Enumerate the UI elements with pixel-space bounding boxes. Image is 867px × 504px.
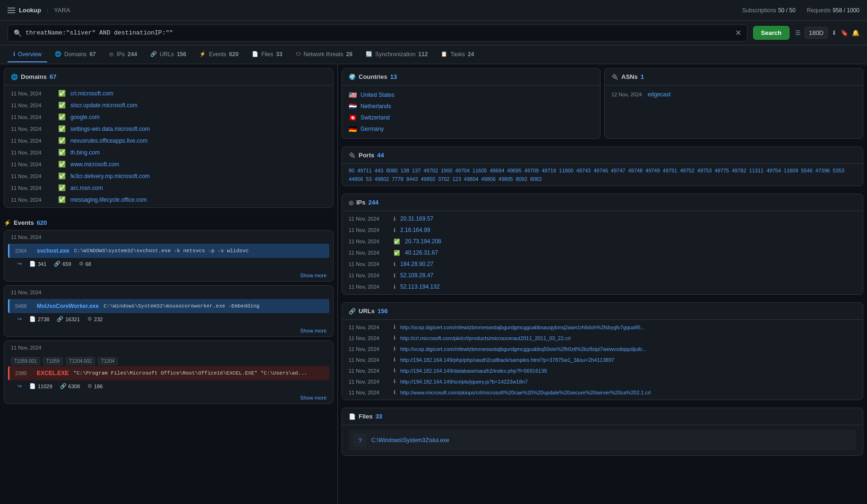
tag-t1059-001[interactable]: T1059.001 (11, 357, 40, 365)
url-text[interactable]: http://ocsp.digicert.com/mfewtzbmmeswsta… (400, 325, 856, 330)
ip-row[interactable]: 11 Nov, 2024 ℹ 52.113.194.132 (342, 281, 863, 292)
url-text[interactable]: http://194.182.164.149/scripts/jquery.js… (400, 379, 856, 384)
port-11311[interactable]: 11311 (749, 168, 764, 173)
port-49753[interactable]: 49753 (697, 168, 712, 173)
domain-row[interactable]: 11 Nov, 2024 ✅ th.bing.com (4, 146, 333, 158)
show-more-3[interactable]: Show more (4, 392, 333, 403)
event-cmd-row-3[interactable]: 2380 EXCEL.EXE "C:\Program Files\Microso… (8, 366, 329, 380)
port-49782[interactable]: 49782 (732, 168, 747, 173)
file-name[interactable]: C:\Windows\System32\slui.exe (371, 437, 449, 444)
url-row[interactable]: 11 Nov, 2024 ℹ http://194.182.164.149/da… (342, 365, 863, 376)
port-80[interactable]: 80 (349, 168, 354, 173)
history-icon[interactable]: ☰ (795, 29, 801, 36)
domain-name[interactable]: crl.microsoft.com (70, 90, 113, 97)
port-49752[interactable]: 49752 (680, 168, 695, 173)
port-11800[interactable]: 11800 (559, 168, 574, 173)
port-11609[interactable]: 11609 (784, 168, 798, 173)
port-123[interactable]: 123 (452, 176, 461, 182)
event-exe-1[interactable]: svchost.exe (37, 248, 69, 254)
yara-nav[interactable]: YARA (54, 7, 70, 14)
url-text[interactable]: http://www.microsoft.com/pkiops/crl/micr… (400, 390, 856, 395)
domain-name[interactable]: settings-win.data.microsoft.com (70, 126, 150, 132)
domain-row[interactable]: 11 Nov, 2024 ✅ google.com (4, 111, 333, 123)
bell-icon[interactable]: 🔔 (852, 29, 859, 36)
port-49749[interactable]: 49749 (645, 168, 660, 173)
port-47396[interactable]: 47396 (815, 168, 830, 173)
ip-row[interactable]: 11 Nov, 2024 ✅ 40.126.31.67 (342, 247, 863, 258)
port-49775[interactable]: 49775 (714, 168, 729, 173)
event-exe-3[interactable]: EXCEL.EXE (37, 370, 69, 376)
port-443[interactable]: 443 (375, 168, 383, 173)
country-row-nl[interactable]: 🇳🇱 Netherlands (349, 101, 593, 112)
port-49806[interactable]: 49806 (481, 176, 496, 182)
port-7778[interactable]: 7778 (392, 176, 403, 182)
hamburger-menu[interactable] (8, 8, 15, 13)
port-1900[interactable]: 1900 (441, 168, 452, 173)
tab-synchronization[interactable]: 🔄 Synchronization 112 (360, 47, 433, 62)
bookmark-icon[interactable]: 🔖 (841, 29, 848, 36)
port-49704[interactable]: 49704 (455, 168, 470, 173)
port-5353[interactable]: 5353 (833, 168, 844, 173)
asn-row[interactable]: 12 Nov, 2024 edgecast (611, 89, 856, 100)
url-text[interactable]: http://194.182.164.149/database/oauth2/i… (400, 368, 856, 374)
ip-address[interactable]: 20.31.169.57 (400, 215, 433, 222)
port-49746[interactable]: 49746 (593, 168, 608, 173)
ip-row[interactable]: 11 Nov, 2024 ℹ 52.109.28.47 (342, 270, 863, 281)
ip-address[interactable]: 20.73.194.208 (405, 238, 441, 245)
country-row-ch[interactable]: 🇨🇭 Switzerland (349, 112, 593, 123)
port-8080[interactable]: 8080 (386, 168, 397, 173)
url-text[interactable]: http://crl.microsoft.com/pki/crl/product… (400, 335, 856, 341)
domain-row[interactable]: 11 Nov, 2024 ✅ arc.msn.com (4, 182, 333, 194)
event-exe-2[interactable]: MoUsoCoreWorker.exe (37, 303, 99, 309)
event-cmd-row-1[interactable]: 2364 svchost.exe C:\WINDOWS\system32\svc… (8, 244, 329, 258)
search-input-wrapper[interactable]: 🔍 ✕ (8, 25, 747, 42)
ip-row[interactable]: 11 Nov, 2024 ℹ 184.28.90.27 (342, 258, 863, 270)
domain-name[interactable]: th.bing.com (70, 149, 100, 156)
url-row[interactable]: 11 Nov, 2024 ℹ http://ocsp.digicert.com/… (342, 343, 863, 354)
port-49702[interactable]: 49702 (423, 168, 438, 173)
tab-domains[interactable]: 🌐 Domains 67 (49, 47, 102, 62)
ip-address[interactable]: 52.109.28.47 (400, 272, 433, 279)
port-44806[interactable]: 44806 (349, 176, 363, 182)
search-input[interactable] (26, 29, 731, 36)
port-49748[interactable]: 49748 (628, 168, 643, 173)
period-selector[interactable]: 180D (805, 27, 828, 39)
url-row[interactable]: 11 Nov, 2024 ℹ http://crl.microsoft.com/… (342, 333, 863, 343)
file-row[interactable]: ? C:\Windows\System32\slui.exe (349, 430, 856, 451)
clear-search-icon[interactable]: ✕ (735, 29, 741, 37)
ip-address[interactable]: 184.28.90.27 (400, 261, 433, 267)
domain-row[interactable]: 11 Nov, 2024 ✅ fe3cr.delivery.mp.microso… (4, 170, 333, 182)
ip-row[interactable]: 11 Nov, 2024 ℹ 2.16.164.99 (342, 224, 863, 236)
country-name-ch[interactable]: Switzerland (361, 114, 390, 121)
port-49805[interactable]: 49805 (498, 176, 513, 182)
port-49751[interactable]: 49751 (663, 168, 678, 173)
port-3702[interactable]: 3702 (438, 176, 449, 182)
url-text[interactable]: http://194.182.164.149/php/php/oauth2cal… (400, 357, 856, 363)
show-more-1[interactable]: Show more (4, 270, 333, 281)
domain-row[interactable]: 11 Nov, 2024 ✅ messaging.lifecycle.offic… (4, 194, 333, 205)
tab-files[interactable]: 📄 Files 33 (246, 47, 288, 62)
domain-row[interactable]: 11 Nov, 2024 ✅ slscr.update.microsoft.co… (4, 99, 333, 111)
domain-row[interactable]: 11 Nov, 2024 ✅ settings-win.data.microso… (4, 123, 333, 135)
domain-name[interactable]: google.com (70, 114, 100, 120)
url-text[interactable]: http://ocsp.digicert.com/mfewtzbmmeswsta… (400, 346, 856, 352)
domain-row[interactable]: 11 Nov, 2024 ✅ www.microsoft.com (4, 158, 333, 170)
event-cmd-row-2[interactable]: 5488 MoUsoCoreWorker.exe C:\Windows\Syst… (8, 299, 329, 313)
asn-name[interactable]: edgecast (648, 91, 671, 98)
show-more-2[interactable]: Show more (4, 325, 333, 336)
domain-row[interactable]: 11 Nov, 2024 ✅ nexusrules.officeapps.liv… (4, 135, 333, 146)
country-name-de[interactable]: Germany (361, 126, 384, 132)
port-49802[interactable]: 49802 (375, 176, 389, 182)
domain-name[interactable]: arc.msn.com (70, 185, 103, 191)
domain-row[interactable]: 11 Nov, 2024 ✅ crl.microsoft.com (4, 87, 333, 99)
port-49743[interactable]: 49743 (576, 168, 591, 173)
port-49709[interactable]: 49709 (524, 168, 539, 173)
port-11605[interactable]: 11605 (472, 168, 487, 173)
tag-t1059[interactable]: T1059 (43, 357, 63, 365)
domain-name[interactable]: slscr.update.microsoft.com (70, 102, 137, 109)
port-49747[interactable]: 49747 (611, 168, 626, 173)
port-8443[interactable]: 8443 (406, 176, 418, 182)
domain-name[interactable]: nexusrules.officeapps.live.com (70, 137, 147, 144)
port-49694[interactable]: 49694 (490, 168, 505, 173)
port-49804[interactable]: 49804 (464, 176, 479, 182)
